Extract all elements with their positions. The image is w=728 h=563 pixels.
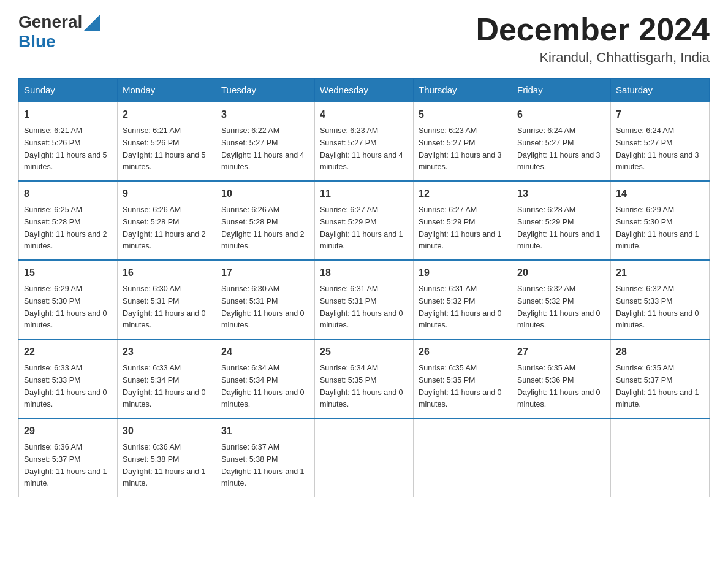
day-number: 9 [123,186,211,201]
day-number: 19 [419,266,507,280]
calendar-cell [512,418,611,497]
calendar-cell: 7 Sunrise: 6:24 AMSunset: 5:27 PMDayligh… [611,102,710,181]
day-info: Sunrise: 6:23 AMSunset: 5:27 PMDaylight:… [320,126,403,171]
day-number: 8 [24,186,112,201]
week-row-2: 8 Sunrise: 6:25 AMSunset: 5:28 PMDayligh… [19,181,710,260]
page-header: General Blue December 2024 Kirandul, Chh… [18,12,710,66]
calendar-cell: 27 Sunrise: 6:35 AMSunset: 5:36 PMDaylig… [512,339,611,418]
logo-triangle-icon [83,14,100,31]
week-row-3: 15 Sunrise: 6:29 AMSunset: 5:30 PMDaylig… [19,260,710,339]
day-info: Sunrise: 6:30 AMSunset: 5:31 PMDaylight:… [123,285,206,329]
calendar-cell: 21 Sunrise: 6:32 AMSunset: 5:33 PMDaylig… [611,260,710,339]
day-info: Sunrise: 6:23 AMSunset: 5:27 PMDaylight:… [419,126,502,171]
month-title: December 2024 [476,12,710,47]
day-info: Sunrise: 6:35 AMSunset: 5:36 PMDaylight:… [517,364,601,408]
day-info: Sunrise: 6:26 AMSunset: 5:28 PMDaylight:… [123,205,206,250]
day-info: Sunrise: 6:28 AMSunset: 5:29 PMDaylight:… [517,205,601,250]
calendar-cell: 8 Sunrise: 6:25 AMSunset: 5:28 PMDayligh… [19,181,118,260]
svg-marker-0 [83,14,100,31]
weekday-saturday: Saturday [611,79,710,102]
day-number: 1 [24,107,112,122]
calendar-cell: 20 Sunrise: 6:32 AMSunset: 5:32 PMDaylig… [512,260,611,339]
day-info: Sunrise: 6:22 AMSunset: 5:27 PMDaylight:… [221,126,305,171]
day-info: Sunrise: 6:36 AMSunset: 5:37 PMDaylight:… [24,443,107,488]
calendar-cell: 26 Sunrise: 6:35 AMSunset: 5:35 PMDaylig… [414,339,512,418]
calendar-cell: 31 Sunrise: 6:37 AMSunset: 5:38 PMDaylig… [216,418,315,497]
day-info: Sunrise: 6:36 AMSunset: 5:38 PMDaylight:… [123,443,206,488]
calendar-cell: 9 Sunrise: 6:26 AMSunset: 5:28 PMDayligh… [118,181,216,260]
calendar-cell: 12 Sunrise: 6:27 AMSunset: 5:29 PMDaylig… [414,181,512,260]
calendar-cell: 17 Sunrise: 6:30 AMSunset: 5:31 PMDaylig… [216,260,315,339]
day-number: 18 [320,266,408,280]
day-number: 28 [616,345,704,359]
day-number: 6 [517,107,605,122]
day-number: 24 [221,345,309,359]
day-number: 5 [419,107,507,122]
day-number: 23 [123,345,211,359]
day-number: 26 [419,345,507,359]
day-number: 25 [320,345,408,359]
day-number: 31 [221,424,309,439]
day-number: 30 [123,424,211,439]
calendar-cell: 15 Sunrise: 6:29 AMSunset: 5:30 PMDaylig… [19,260,118,339]
day-info: Sunrise: 6:30 AMSunset: 5:31 PMDaylight:… [221,285,305,329]
weekday-header-row: SundayMondayTuesdayWednesdayThursdayFrid… [19,79,710,102]
calendar-cell: 22 Sunrise: 6:33 AMSunset: 5:33 PMDaylig… [19,339,118,418]
weekday-monday: Monday [118,79,216,102]
title-section: December 2024 Kirandul, Chhattisgarh, In… [476,12,710,66]
calendar-cell: 13 Sunrise: 6:28 AMSunset: 5:29 PMDaylig… [512,181,611,260]
day-info: Sunrise: 6:31 AMSunset: 5:32 PMDaylight:… [419,285,502,329]
day-number: 13 [517,186,605,201]
logo: General Blue [18,12,100,52]
calendar-cell: 29 Sunrise: 6:36 AMSunset: 5:37 PMDaylig… [19,418,118,497]
day-info: Sunrise: 6:29 AMSunset: 5:30 PMDaylight:… [24,285,107,329]
calendar-cell: 3 Sunrise: 6:22 AMSunset: 5:27 PMDayligh… [216,102,315,181]
day-number: 21 [616,266,704,280]
calendar-cell: 30 Sunrise: 6:36 AMSunset: 5:38 PMDaylig… [118,418,216,497]
day-info: Sunrise: 6:34 AMSunset: 5:34 PMDaylight:… [221,364,305,408]
day-number: 10 [221,186,309,201]
calendar-cell: 14 Sunrise: 6:29 AMSunset: 5:30 PMDaylig… [611,181,710,260]
calendar-cell: 18 Sunrise: 6:31 AMSunset: 5:31 PMDaylig… [315,260,414,339]
day-number: 3 [221,107,309,122]
day-info: Sunrise: 6:29 AMSunset: 5:30 PMDaylight:… [616,205,699,250]
day-info: Sunrise: 6:24 AMSunset: 5:27 PMDaylight:… [517,126,601,171]
day-info: Sunrise: 6:25 AMSunset: 5:28 PMDaylight:… [24,205,107,250]
day-info: Sunrise: 6:33 AMSunset: 5:34 PMDaylight:… [123,364,206,408]
calendar-cell: 11 Sunrise: 6:27 AMSunset: 5:29 PMDaylig… [315,181,414,260]
calendar-cell [315,418,414,497]
logo-general-text: General [18,12,82,32]
day-number: 15 [24,266,112,280]
day-number: 7 [616,107,704,122]
day-number: 27 [517,345,605,359]
calendar-cell: 6 Sunrise: 6:24 AMSunset: 5:27 PMDayligh… [512,102,611,181]
day-info: Sunrise: 6:24 AMSunset: 5:27 PMDaylight:… [616,126,699,171]
day-number: 4 [320,107,408,122]
day-info: Sunrise: 6:35 AMSunset: 5:37 PMDaylight:… [616,364,699,408]
calendar-cell: 19 Sunrise: 6:31 AMSunset: 5:32 PMDaylig… [414,260,512,339]
day-number: 29 [24,424,112,439]
day-info: Sunrise: 6:34 AMSunset: 5:35 PMDaylight:… [320,364,403,408]
week-row-5: 29 Sunrise: 6:36 AMSunset: 5:37 PMDaylig… [19,418,710,497]
calendar-table: SundayMondayTuesdayWednesdayThursdayFrid… [18,78,710,497]
weekday-tuesday: Tuesday [216,79,315,102]
day-info: Sunrise: 6:32 AMSunset: 5:32 PMDaylight:… [517,285,601,329]
day-info: Sunrise: 6:33 AMSunset: 5:33 PMDaylight:… [24,364,107,408]
calendar-cell: 5 Sunrise: 6:23 AMSunset: 5:27 PMDayligh… [414,102,512,181]
day-number: 17 [221,266,309,280]
calendar-cell: 28 Sunrise: 6:35 AMSunset: 5:37 PMDaylig… [611,339,710,418]
day-info: Sunrise: 6:32 AMSunset: 5:33 PMDaylight:… [616,285,699,329]
day-number: 20 [517,266,605,280]
calendar-cell [414,418,512,497]
day-number: 11 [320,186,408,201]
day-number: 14 [616,186,704,201]
day-number: 12 [419,186,507,201]
calendar-cell: 4 Sunrise: 6:23 AMSunset: 5:27 PMDayligh… [315,102,414,181]
logo-blue-text: Blue [18,32,56,52]
calendar-cell: 25 Sunrise: 6:34 AMSunset: 5:35 PMDaylig… [315,339,414,418]
calendar-cell: 2 Sunrise: 6:21 AMSunset: 5:26 PMDayligh… [118,102,216,181]
location-subtitle: Kirandul, Chhattisgarh, India [476,50,710,66]
day-number: 22 [24,345,112,359]
day-info: Sunrise: 6:27 AMSunset: 5:29 PMDaylight:… [320,205,403,250]
calendar-cell: 1 Sunrise: 6:21 AMSunset: 5:26 PMDayligh… [19,102,118,181]
